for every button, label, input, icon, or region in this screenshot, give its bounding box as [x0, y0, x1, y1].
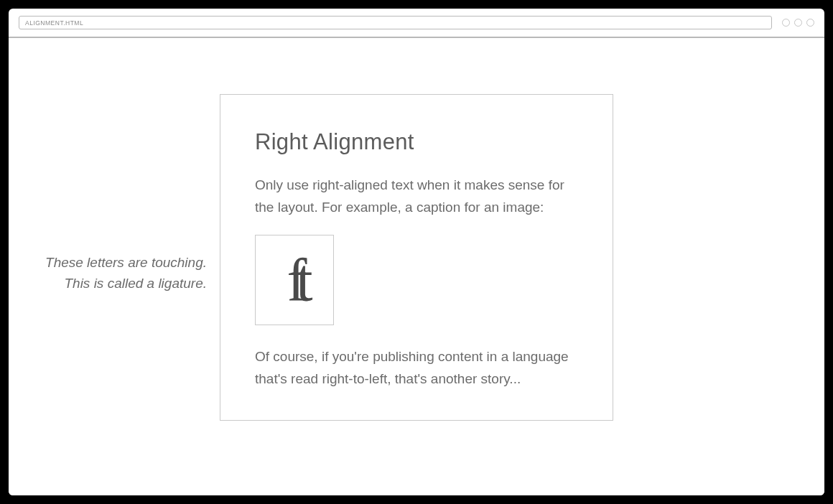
content-wrapper: These letters are touching. This is call… [220, 94, 613, 421]
browser-frame: These letters are touching. This is call… [9, 9, 824, 495]
viewport: These letters are touching. This is call… [9, 38, 824, 495]
content-card: Right Alignment Only use right-aligned t… [220, 94, 613, 421]
caption-line-2: This is called a ligature. [64, 276, 207, 291]
window-controls [782, 19, 814, 27]
figure-caption: These letters are touching. This is call… [13, 252, 207, 294]
url-input[interactable] [19, 16, 772, 29]
caption-line-1: These letters are touching. [45, 255, 207, 270]
window-dot-3[interactable] [806, 19, 814, 27]
ligature-image: ft [255, 235, 334, 325]
window-dot-1[interactable] [782, 19, 790, 27]
ligature-glyph: ft [287, 250, 302, 310]
page-heading: Right Alignment [255, 129, 578, 155]
paragraph-2: Of course, if you're publishing content … [255, 345, 578, 391]
url-bar-row [9, 9, 824, 38]
paragraph-1: Only use right-aligned text when it make… [255, 174, 578, 219]
figure-row: ft [255, 235, 578, 325]
window-dot-2[interactable] [794, 19, 802, 27]
